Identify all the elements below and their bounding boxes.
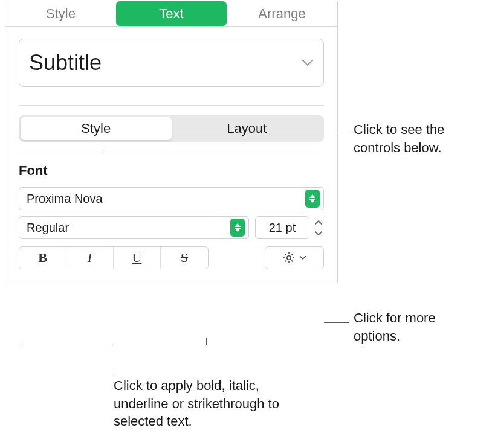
callout-line (114, 345, 114, 374)
svg-line-7 (285, 260, 286, 261)
more-options-button[interactable] (265, 246, 324, 269)
font-family-select[interactable]: Proxima Nova (19, 187, 324, 210)
underline-button[interactable]: U (114, 247, 161, 269)
svg-line-6 (291, 260, 293, 261)
tab-style[interactable]: Style (5, 1, 116, 26)
format-row: B I U S (19, 246, 324, 269)
divider (19, 105, 324, 106)
callout-line (324, 322, 349, 323)
divider (19, 153, 324, 153)
callout-format-group: Click to apply bold, italic, underline o… (114, 377, 307, 430)
italic-button[interactable]: I (66, 247, 114, 269)
font-size-value: 21 pt (269, 221, 296, 235)
gear-icon (282, 251, 296, 264)
svg-point-0 (287, 256, 291, 260)
font-size-input[interactable]: 21 pt (255, 216, 309, 239)
font-size-control: 21 pt (255, 216, 324, 239)
text-format-group: B I U S (19, 246, 209, 269)
paragraph-style-label: Subtitle (29, 50, 102, 75)
font-family-value: Proxima Nova (27, 192, 305, 206)
tab-arrange[interactable]: Arrange (227, 1, 337, 26)
svg-line-8 (291, 254, 293, 255)
font-size-down[interactable] (313, 229, 324, 237)
top-tabs: Style Text Arrange (5, 1, 337, 27)
panel-body: Subtitle Style Layout Font Proxima Nova … (5, 27, 337, 283)
font-weight-select[interactable]: Regular (19, 216, 249, 239)
paragraph-style-select[interactable]: Subtitle (19, 39, 324, 87)
chevron-down-icon (299, 255, 306, 260)
callout-more-options: Click for more options. (354, 309, 480, 345)
updown-icon (305, 190, 320, 208)
callout-bracket (21, 338, 207, 345)
subtab-layout[interactable]: Layout (172, 117, 323, 140)
font-size-up[interactable] (313, 218, 324, 226)
bold-button[interactable]: B (19, 247, 66, 269)
text-subtabs: Style Layout (19, 115, 324, 142)
font-size-stepper (313, 218, 324, 237)
font-weight-value: Regular (27, 221, 230, 235)
svg-line-5 (285, 254, 286, 255)
subtab-style[interactable]: Style (21, 117, 172, 140)
font-section-label: Font (19, 163, 324, 179)
callout-subtabs: Click to see the controls below. (354, 121, 487, 156)
callout-line (103, 133, 349, 133)
strikethrough-button[interactable]: S (161, 247, 208, 269)
updown-icon (230, 219, 245, 237)
format-inspector-panel: Style Text Arrange Subtitle Style Layout… (5, 1, 338, 283)
callout-line (103, 133, 103, 151)
tab-text[interactable]: Text (116, 1, 227, 26)
chevron-down-icon (302, 59, 314, 66)
